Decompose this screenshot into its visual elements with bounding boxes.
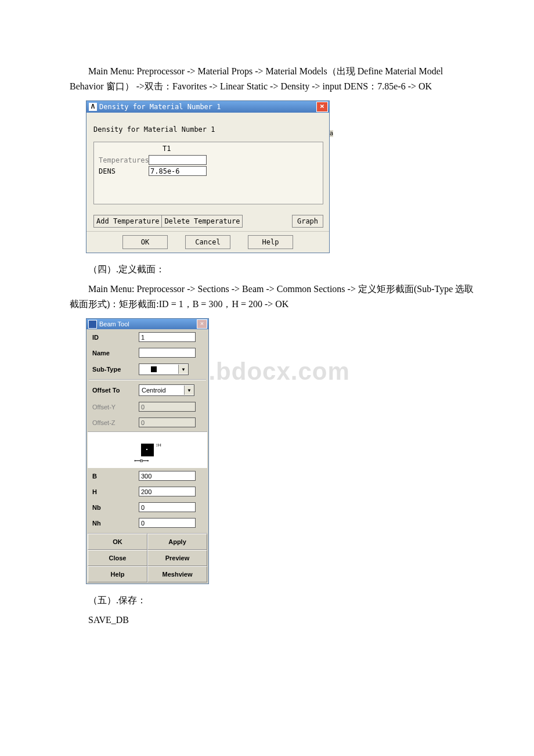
dialog-subtitle: Density for Material Number 1 — [93, 125, 323, 134]
section-4-header: （四）.定义截面： — [70, 264, 476, 276]
beam-tool-dialog: Beam Tool × ID Name Sub-Type ▼ — [86, 318, 209, 584]
section-preview: ↕H ⟵B⟶ — [88, 431, 207, 468]
add-temperature-button[interactable]: Add Temperature — [93, 215, 162, 228]
name-label: Name — [92, 350, 139, 357]
density-table: T1 Temperatures DENS — [93, 142, 323, 204]
ok-button[interactable]: OK — [122, 235, 168, 249]
preview-h-label: ↕H — [156, 442, 161, 456]
temperature-input[interactable] — [149, 155, 207, 165]
ok-button[interactable]: OK — [88, 534, 147, 550]
paragraph-2: Main Menu: Preprocessor -> Sections -> B… — [70, 282, 476, 311]
chevron-down-icon: ▼ — [178, 365, 188, 374]
section-5-header: （五）.保存： — [70, 595, 476, 607]
subtype-label: Sub-Type — [92, 366, 139, 373]
graph-button[interactable]: Graph — [292, 215, 323, 228]
help-button[interactable]: Help — [248, 235, 293, 249]
offset-to-select[interactable]: Centroid ▼ — [139, 384, 194, 396]
dens-input[interactable] — [149, 166, 207, 176]
density-dialog: Λ Density for Material Number 1 × Densit… — [86, 100, 330, 253]
offset-z-input — [139, 417, 196, 427]
close-icon[interactable]: × — [197, 319, 207, 329]
h-input[interactable] — [139, 487, 196, 496]
dens-label: DENS — [99, 167, 149, 175]
close-icon[interactable]: × — [316, 102, 328, 112]
dialog-title: Beam Tool — [99, 321, 129, 327]
offset-y-label: Offset-Y — [92, 404, 139, 411]
paragraph-1: Main Menu: Preprocessor -> Material Prop… — [70, 64, 476, 93]
id-label: ID — [92, 334, 139, 341]
offset-to-label: Offset To — [92, 387, 139, 394]
meshview-button[interactable]: Meshview — [147, 566, 207, 582]
preview-button[interactable]: Preview — [147, 550, 207, 566]
offset-to-value: Centroid — [142, 387, 166, 394]
rect-shape-icon — [141, 444, 154, 456]
help-button[interactable]: Help — [88, 566, 147, 582]
preview-b-label: ⟵B⟶ — [134, 458, 151, 463]
ext-marker: a — [330, 130, 333, 137]
close-button[interactable]: Close — [88, 550, 147, 566]
nb-label: Nb — [92, 504, 139, 511]
b-label: B — [92, 473, 139, 480]
h-label: H — [92, 488, 139, 495]
delete-temperature-button[interactable]: Delete Temperature — [162, 215, 243, 228]
b-input[interactable] — [139, 471, 196, 481]
chevron-down-icon: ▼ — [184, 386, 194, 395]
app-logo-icon — [88, 320, 97, 329]
offset-y-input — [139, 402, 196, 412]
nh-input[interactable] — [139, 518, 196, 528]
save-db-text: SAVE_DB — [70, 613, 476, 628]
titlebar: Beam Tool × — [86, 319, 208, 329]
rect-section-icon — [142, 365, 166, 373]
offset-z-label: Offset-Z — [92, 419, 139, 426]
temperatures-label: Temperatures — [99, 156, 149, 164]
nh-label: Nh — [92, 520, 139, 527]
subtype-select[interactable]: ▼ — [139, 363, 189, 375]
apply-button[interactable]: Apply — [147, 534, 207, 550]
cancel-button[interactable]: Cancel — [185, 235, 230, 249]
name-input[interactable] — [139, 348, 196, 358]
app-logo-icon: Λ — [89, 103, 97, 111]
dialog-title: Density for Material Number 1 — [99, 103, 314, 111]
column-header-t1: T1 — [163, 145, 319, 153]
titlebar: Λ Density for Material Number 1 × — [86, 101, 329, 113]
nb-input[interactable] — [139, 502, 196, 512]
id-input[interactable] — [139, 332, 196, 342]
